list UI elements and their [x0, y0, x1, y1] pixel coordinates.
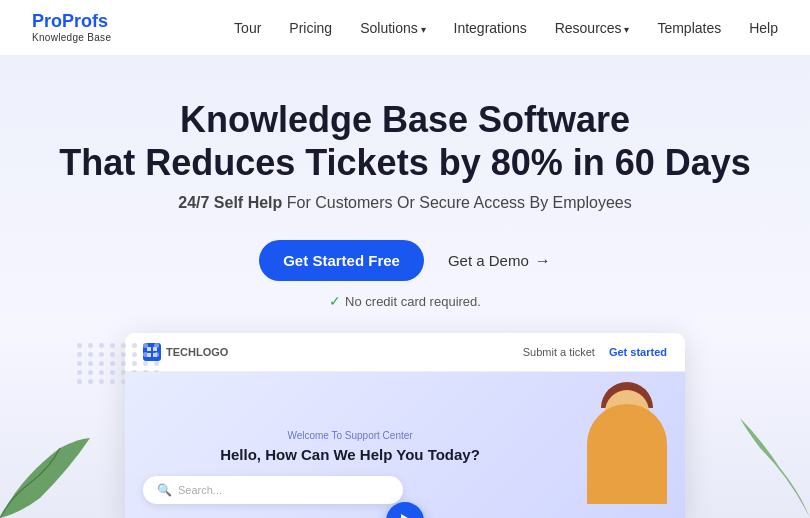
nav-item-templates[interactable]: Templates [657, 19, 721, 37]
get-demo-button[interactable]: Get a Demo → [448, 252, 551, 270]
no-cc-text: No credit card required. [345, 294, 481, 309]
nav-link-integrations[interactable]: Integrations [454, 20, 527, 36]
mockup-nav: Submit a ticket Get started [523, 346, 667, 358]
mockup-get-started: Get started [609, 346, 667, 358]
mockup-heading: Hello, How Can We Help You Today? [143, 445, 557, 465]
nav-item-solutions[interactable]: Solutions [360, 19, 425, 37]
mockup-logo-text: TECHLOGO [166, 346, 228, 358]
cta-group: Get Started Free Get a Demo → [20, 240, 790, 281]
demo-label: Get a Demo [448, 252, 529, 269]
hero-subtitle: 24/7 Self Help For Customers Or Secure A… [20, 194, 790, 212]
mockup-topbar: TECHLOGO Submit a ticket Get started [125, 333, 685, 372]
nav-item-pricing[interactable]: Pricing [289, 19, 332, 37]
nav-link-solutions[interactable]: Solutions [360, 20, 425, 36]
no-credit-card: ✓ No credit card required. [20, 293, 790, 309]
logo-pro: Pro [32, 11, 62, 31]
get-started-button[interactable]: Get Started Free [259, 240, 424, 281]
nav-item-resources[interactable]: Resources [555, 19, 630, 37]
logo-text: ProProfs Knowledge Base [32, 12, 111, 43]
nav-item-integrations[interactable]: Integrations [454, 19, 527, 37]
logo[interactable]: ProProfs Knowledge Base [32, 12, 111, 43]
logo-brand: ProProfs [32, 12, 111, 32]
nav-links: Tour Pricing Solutions Integrations Reso… [234, 19, 778, 37]
mockup-search-icon: 🔍 [157, 483, 172, 497]
mockup-hero-text: Welcome To Support Center Hello, How Can… [143, 430, 577, 505]
nav-link-help[interactable]: Help [749, 20, 778, 36]
play-button[interactable] [386, 502, 424, 518]
hero-heading-line1: Knowledge Base Software [20, 98, 790, 141]
logo-subtitle: Knowledge Base [32, 32, 111, 43]
mockup-welcome: Welcome To Support Center [143, 430, 557, 441]
check-icon: ✓ [329, 293, 341, 309]
mockup-search-placeholder: Search... [178, 484, 222, 496]
leaf-left-decoration [0, 438, 90, 518]
nav-item-help[interactable]: Help [749, 19, 778, 37]
mockup-search-bar[interactable]: 🔍 Search... [143, 476, 403, 504]
mockup-submit-ticket: Submit a ticket [523, 346, 595, 358]
nav-link-tour[interactable]: Tour [234, 20, 261, 36]
logo-profs: Profs [62, 11, 108, 31]
person-body [587, 404, 667, 504]
play-icon [401, 514, 413, 518]
leaf-right-decoration [740, 418, 810, 518]
preview-container: (function() { const container = document… [125, 333, 685, 518]
mockup-card: TECHLOGO Submit a ticket Get started Wel… [125, 333, 685, 518]
nav-item-tour[interactable]: Tour [234, 19, 261, 37]
nav-link-templates[interactable]: Templates [657, 20, 721, 36]
demo-arrow-icon: → [535, 252, 551, 270]
hero-subtitle-bold: 24/7 Self Help [178, 194, 282, 211]
nav-link-resources[interactable]: Resources [555, 20, 630, 36]
nav-link-pricing[interactable]: Pricing [289, 20, 332, 36]
hero-heading: Knowledge Base Software That Reduces Tic… [20, 98, 790, 184]
hero-heading-line2: That Reduces Tickets by 80% in 60 Days [20, 141, 790, 184]
mockup-hero: Welcome To Support Center Hello, How Can… [125, 372, 685, 518]
navbar: ProProfs Knowledge Base Tour Pricing Sol… [0, 0, 810, 56]
hero-subtitle-rest: For Customers Or Secure Access By Employ… [282, 194, 631, 211]
hero-section: Knowledge Base Software That Reduces Tic… [0, 56, 810, 518]
mockup-person-illustration [577, 394, 667, 504]
